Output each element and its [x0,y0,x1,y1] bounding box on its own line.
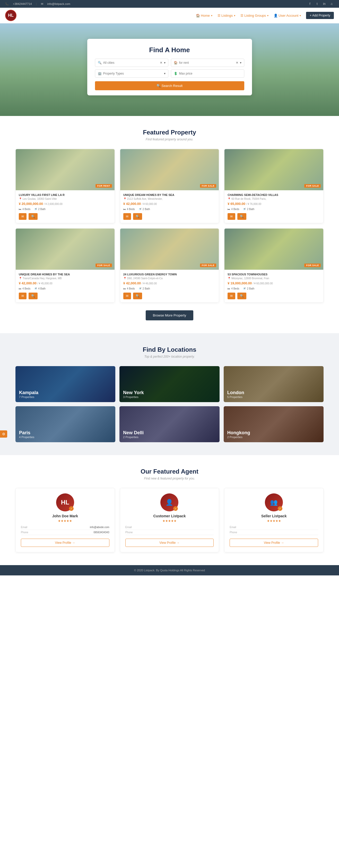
agents-section: Our Featured Agent Find new & featured p… [0,455,339,565]
contact-button[interactable]: ✉ [19,292,27,299]
locations-title: Find By Locations [16,346,323,353]
nav-listing-groups[interactable]: ☰ Listing Groups ▾ [241,13,269,18]
agents-grid: HL ✓ John Doe Mark ★★★★★ Email info@abod… [16,488,323,552]
contact-button[interactable]: ✉ [123,213,131,220]
facebook-icon[interactable]: f [308,2,312,6]
property-image: FOR SALE [16,228,115,270]
bath-icon: 🚿 [34,208,37,211]
property-location: 📍Mézeyrac, 12600 Brommat, Fran [228,277,320,280]
nav-listings[interactable]: ☰ Listings ▾ [218,13,235,18]
max-price-wrap[interactable]: 💲 [171,69,244,78]
settings-sidebar[interactable]: ⚙ [0,430,7,438]
agent-phone-row: Phone [125,531,214,535]
view-profile-button[interactable]: View Profile → [230,539,318,547]
property-name: 24 LUXURIOUS GREEN ENERGY TOWN [123,273,216,276]
nav-user-account[interactable]: 👤 User Account ▾ [274,13,301,18]
details-button[interactable]: 🔍 [133,292,142,299]
property-meta: 🛏4 Beds 🚿2 Bath [123,287,216,290]
property-location: 📍2113 Suffolk Ave, Westchester, [123,197,216,200]
details-button[interactable]: 🔍 [133,213,142,220]
contact-button[interactable]: ✉ [19,213,27,220]
agent-stars: ★★★★★ [230,519,318,523]
phone-label: Phone [125,531,133,534]
bath-icon: 🚿 [139,287,142,290]
email-icon: ✉ [41,2,43,6]
location-card[interactable]: Kampala 7 Properties [16,366,115,402]
twitter-icon[interactable]: t [315,2,319,6]
contact-button[interactable]: ✉ [228,292,235,299]
property-price: ¥ 65,000.00 / ¥ 76,000.00 [228,202,320,206]
location-pin-icon: 📍 [228,197,231,200]
property-card: FOR SALE UNIQUE DREAM HOMES BY THE SEA 📍… [16,228,115,303]
city-input[interactable] [103,61,158,65]
email-value: info@abode.com [90,526,109,529]
contact-button[interactable]: ✉ [123,292,131,299]
rent-icon: 🏠 [174,61,178,65]
property-location: 📍60 Rue de Rivoli, 75004 Paris, [228,197,320,200]
location-pin-icon: 📍 [19,277,22,280]
city-input-wrap[interactable]: 🔍 ✕▾ [95,59,168,67]
property-type-input[interactable] [103,72,163,75]
search-button[interactable]: 🔍 Search Result [95,81,244,90]
location-count: 2 Properties [227,436,250,439]
property-meta: 🛏4 Beds 🚿4 Bath [19,287,111,290]
search-icon: 🔍 [98,61,102,65]
agent-avatar-wrap: 👥 ✓ [265,493,283,512]
details-button[interactable]: 🔍 [237,292,246,299]
logo[interactable]: HL [5,10,17,21]
location-name: Hongkong [227,430,250,436]
location-pin-icon: 📍 [228,277,231,280]
instagram-icon[interactable]: in [322,2,327,6]
location-count: 7 Properties [19,396,38,399]
location-count: 4 Properties [19,436,34,439]
agent-stars: ★★★★★ [21,519,109,523]
rent-input-wrap[interactable]: 🏠 ✕▾ [171,59,244,67]
property-actions: ✉ 🔍 [19,213,111,220]
property-price: ¥ 19,000,000.00 / ¥ 60,000,000.00 [228,281,320,285]
details-button[interactable]: 🔍 [29,213,37,220]
social-icon-4[interactable]: ♫ [329,2,334,6]
agent-phone-row: Phone [230,531,318,535]
view-profile-button[interactable]: View Profile → [21,539,109,547]
agent-avatar-wrap: HL ✓ [56,493,74,512]
view-profile-button[interactable]: View Profile → [125,539,214,547]
bath-info: 🚿2 Bath [243,208,254,211]
property-image: FOR SALE [224,228,323,270]
bath-info: 🚿2 Bath [243,287,254,290]
property-card: FOR SALE UNIQUE DREAM HOMES BY THE SEA 📍… [120,149,219,223]
location-card[interactable]: London 5 Properties [224,366,323,402]
location-card[interactable]: New York 3 Properties [119,366,219,402]
location-card[interactable]: Hongkong 2 Properties [224,406,323,442]
property-name: UNIQUE DREAM HOMES BY THE SEA [123,193,216,196]
agent-verified-badge: ✓ [278,506,282,511]
agent-phone-row: Phone 06563434343 [21,531,109,535]
bath-info: 🚿2 Bath [139,287,150,290]
browse-more-button[interactable]: Browse More Property [146,310,193,320]
property-actions: ✉ 🔍 [123,292,216,299]
property-image: FOR SALE [224,149,323,190]
add-property-button[interactable]: + Add Property [306,12,334,19]
footer-text: © 2020 Listpack. By Qusta Holdings All R… [134,569,205,572]
contact-button[interactable]: ✉ [228,213,235,220]
location-name: New Delli [123,430,144,436]
rent-input[interactable] [179,61,234,65]
featured-section: Featured Property Find featured property… [0,116,339,333]
bed-icon: 🛏 [123,287,126,290]
agent-email-row: Email [125,526,214,530]
max-price-input[interactable] [179,72,242,75]
property-card: FOR SALE 53 SPACIOUS TOWNHOUSES 📍Mézeyra… [224,228,323,303]
navbar: HL 🏠 Home ▾ ☰ Listings ▾ ☰ Listing Group… [0,8,339,23]
location-name: Paris [19,430,34,436]
location-card[interactable]: New Delli 2 Properties [119,406,219,442]
price-icon: 💲 [174,72,178,75]
property-type-wrap[interactable]: 🏢 ▾ [95,69,168,78]
nav-home[interactable]: 🏠 Home ▾ [196,13,213,18]
featured-subtitle: Find featured property around you. [16,137,323,141]
bed-info: 🛏4 Beds [228,287,239,290]
location-count: 5 Properties [227,396,244,399]
agent-card: 👤 ✓ Customer Listpack ★★★★★ Email Phone … [120,488,219,552]
details-button[interactable]: 🔍 [237,213,246,220]
details-button[interactable]: 🔍 [29,292,37,299]
bath-icon: 🚿 [139,208,142,211]
location-card[interactable]: Paris 4 Properties [16,406,115,442]
